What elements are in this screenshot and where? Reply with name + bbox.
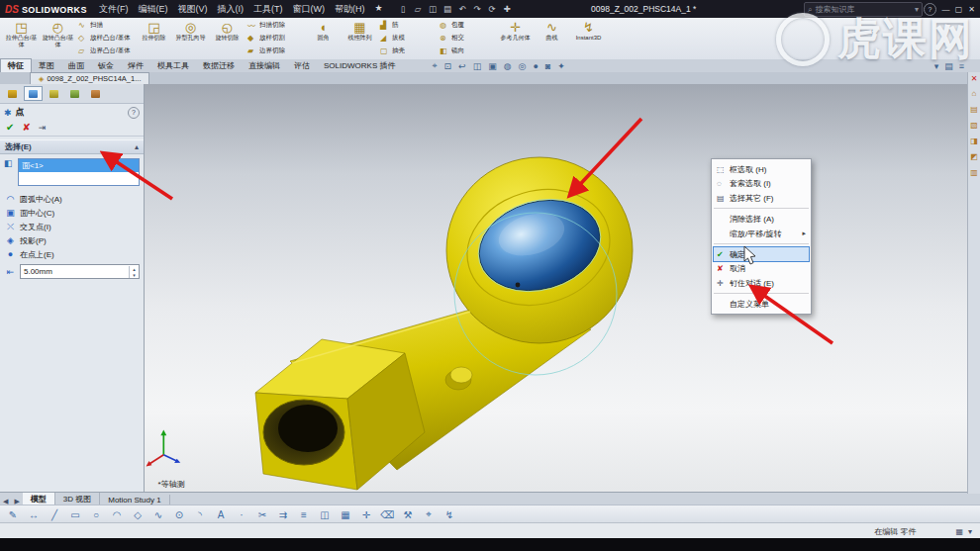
option-face-center[interactable]: ▣ 面中心(C) bbox=[2, 206, 142, 220]
reference-geometry-button[interactable]: ✛ 参考几何体 bbox=[497, 19, 534, 58]
pin-button[interactable]: ⇥ bbox=[39, 123, 47, 133]
swept-boss-button[interactable]: ∿ 扫描 bbox=[76, 19, 136, 32]
ok-button[interactable]: ✔ bbox=[6, 122, 14, 133]
command-tab[interactable]: 直接编辑 bbox=[242, 59, 287, 72]
document-tab[interactable]: ◈ 0098_Z_002_PHSC14A_1... bbox=[30, 72, 149, 84]
mirror-button[interactable]: ◧ 镜向 bbox=[438, 45, 497, 57]
collapse-section-icon[interactable]: ▴ bbox=[135, 142, 139, 151]
swept-cut-button[interactable]: 〰 扫描切除 bbox=[245, 19, 305, 32]
repair-sketch-icon[interactable]: ⚒ bbox=[401, 509, 415, 520]
command-tab[interactable]: 数据迁移 bbox=[196, 59, 242, 72]
open-document-icon[interactable]: ▱ bbox=[410, 4, 425, 14]
appearances-icon[interactable]: ◩ bbox=[970, 152, 978, 161]
menu-item[interactable]: 文件(F) bbox=[94, 1, 134, 18]
resources-tab-icon[interactable]: ⌂ bbox=[972, 89, 977, 98]
line-icon[interactable]: ╱ bbox=[48, 509, 61, 520]
smart-dimension-icon[interactable]: ↔ bbox=[27, 509, 41, 520]
menu-item-select-other[interactable]: ▤ 选择其它 (F) ▸ bbox=[714, 190, 809, 209]
trim-entities-icon[interactable]: ✂ bbox=[255, 509, 269, 520]
sketch-fillet-icon[interactable]: ◝ bbox=[193, 509, 207, 520]
status-dropdown-icon[interactable]: ▾ bbox=[968, 527, 972, 536]
hide-show-items-icon[interactable]: ◎ bbox=[519, 61, 527, 71]
redo-icon[interactable]: ↷ bbox=[469, 4, 484, 14]
option-arc-center[interactable]: ◠ 圆弧中心(A) bbox=[2, 192, 142, 206]
previous-view-icon[interactable]: ↩ bbox=[458, 61, 466, 71]
display-style-icon[interactable]: ◍ bbox=[504, 61, 512, 71]
menu-item-ok[interactable]: ✔ 确定 ▸ bbox=[714, 247, 809, 261]
help-icon[interactable]: ? bbox=[924, 3, 936, 16]
rebuild-icon[interactable]: ⟳ bbox=[484, 4, 499, 14]
menu-item-box-select[interactable]: ⬚ 框选取 (H) ▸ bbox=[714, 162, 809, 176]
view-palette-icon[interactable]: ◨ bbox=[970, 137, 978, 145]
print-icon[interactable]: ▤ bbox=[440, 4, 454, 14]
menu-item[interactable]: 工具(T) bbox=[248, 1, 288, 18]
command-tab[interactable]: 草图 bbox=[32, 59, 61, 72]
selection-listbox[interactable]: 面<1> bbox=[18, 158, 140, 186]
design-library-icon[interactable]: ▤ bbox=[970, 105, 978, 114]
options-icon[interactable]: ✚ bbox=[499, 4, 514, 14]
minimize-button[interactable]: — bbox=[939, 2, 952, 16]
boundary-cut-button[interactable]: ▰ 边界切除 bbox=[245, 45, 305, 57]
circle-icon[interactable]: ○ bbox=[89, 509, 103, 520]
menu-item-clear-selection[interactable]: 消除选择 (A) ▸ bbox=[714, 212, 809, 226]
fillet-button[interactable]: ◖ 圆角 bbox=[305, 19, 342, 58]
move-entities-icon[interactable]: ✛ bbox=[359, 509, 373, 520]
text-icon[interactable]: A bbox=[214, 509, 228, 520]
command-tab[interactable]: 评估 bbox=[287, 59, 317, 72]
command-tab[interactable]: 钣金 bbox=[91, 59, 121, 72]
graphics-viewport[interactable]: *等轴测 bbox=[144, 84, 968, 492]
maximize-button[interactable]: ▢ bbox=[952, 2, 965, 16]
configurationmanager-tab-icon[interactable] bbox=[45, 86, 63, 101]
rapid-sketch-icon[interactable]: ↯ bbox=[442, 509, 456, 520]
menu-item-zoom-pan-rotate[interactable]: 缩放/平移/旋转 ▸ bbox=[714, 226, 809, 244]
search-input[interactable]: ⌕ 搜索知识库 ▾ bbox=[804, 2, 923, 17]
quick-snaps-icon[interactable]: ⌖ bbox=[422, 508, 436, 520]
menu-item[interactable]: 插入(I) bbox=[212, 1, 248, 18]
menu-item[interactable]: 帮助(H) bbox=[330, 1, 370, 18]
ellipse-icon[interactable]: ⊙ bbox=[172, 509, 186, 520]
zoom-area-icon[interactable]: ⊡ bbox=[444, 61, 452, 71]
arc-icon[interactable]: ◠ bbox=[110, 509, 124, 520]
displaymanager-tab-icon[interactable] bbox=[86, 86, 105, 101]
sketch-icon[interactable]: ✎ bbox=[6, 509, 20, 520]
taskpane-toggle-icon[interactable]: ▤ bbox=[944, 61, 953, 71]
menu-item[interactable]: ★ bbox=[369, 1, 387, 18]
selection-section-header[interactable]: 选择(E) ▴ bbox=[0, 139, 144, 154]
draft-button[interactable]: ◢ 拔模 bbox=[378, 32, 438, 45]
menu-item-cancel[interactable]: ✘ 取消 ▸ bbox=[714, 261, 809, 275]
cancel-button[interactable]: ✘ bbox=[22, 122, 30, 133]
point-icon[interactable]: · bbox=[235, 509, 248, 520]
selected-entity-row[interactable]: 面<1> bbox=[19, 159, 139, 172]
featuremanager-tab-icon[interactable] bbox=[3, 86, 22, 101]
panel-help-icon[interactable]: ? bbox=[128, 107, 140, 119]
option-intersection[interactable]: ⤬ 交叉点(I) bbox=[2, 220, 142, 233]
curves-button[interactable]: ∿ 曲线 bbox=[534, 19, 570, 58]
custom-properties-icon[interactable]: ▥ bbox=[970, 168, 978, 177]
menu-item[interactable]: 窗口(W) bbox=[287, 1, 330, 18]
rod-end-bearing-model[interactable] bbox=[144, 84, 968, 492]
menu-item[interactable]: 视图(V) bbox=[172, 1, 212, 18]
file-explorer-icon[interactable]: ▧ bbox=[970, 121, 978, 130]
revolved-cut-button[interactable]: ◵ 旋转切除 bbox=[209, 19, 245, 58]
boundary-boss-button[interactable]: ▱ 边界凸台/基体 bbox=[76, 45, 136, 57]
menu-item[interactable]: 编辑(E) bbox=[133, 1, 172, 18]
rib-button[interactable]: ▟ 筋 bbox=[378, 19, 438, 32]
intersect-button[interactable]: ⊗ 相交 bbox=[438, 32, 497, 45]
menu-item-customize-menu[interactable]: 自定义菜单 ▸ bbox=[714, 297, 809, 311]
menu-item-lasso-select[interactable]: ◌ 套索选取 (I) ▸ bbox=[714, 176, 809, 190]
view-settings-icon[interactable]: ✦ bbox=[557, 61, 565, 71]
zoom-fit-icon[interactable]: ⌖ bbox=[432, 60, 437, 71]
convert-entities-icon[interactable]: ⇉ bbox=[276, 509, 290, 520]
collapse-ribbon-icon[interactable]: ≡ bbox=[959, 61, 964, 71]
options-dropdown-icon[interactable]: ▾ bbox=[934, 61, 939, 71]
extruded-boss-button[interactable]: ◳ 拉伸凸台/基体 bbox=[3, 19, 40, 58]
command-tab[interactable]: 焊件 bbox=[121, 59, 150, 72]
apply-scene-icon[interactable]: ◙ bbox=[545, 61, 550, 71]
erase-icon[interactable]: ⌫ bbox=[380, 509, 394, 520]
dimxpertmanager-tab-icon[interactable] bbox=[65, 86, 84, 101]
command-tab[interactable]: 特征 bbox=[0, 58, 32, 72]
lofted-boss-button[interactable]: ◇ 放样凸台/基体 bbox=[76, 32, 136, 45]
search-dropdown-icon[interactable]: ▾ bbox=[915, 5, 919, 14]
grid-icon[interactable]: ▦ bbox=[955, 527, 963, 536]
rectangle-icon[interactable]: ▭ bbox=[68, 509, 82, 520]
